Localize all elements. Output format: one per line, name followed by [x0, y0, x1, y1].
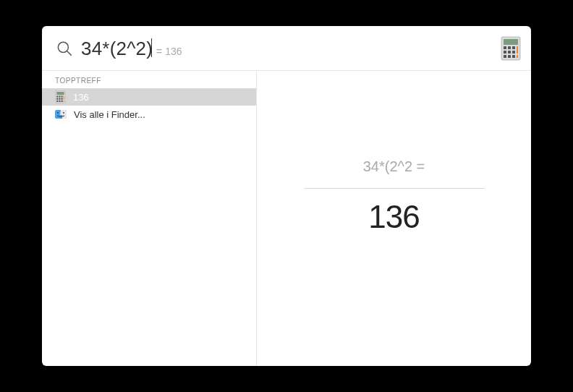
result-row-label: 136 — [73, 92, 89, 103]
svg-point-30 — [63, 112, 64, 114]
section-label: TOPPTREFF — [42, 71, 256, 88]
svg-rect-26 — [61, 101, 63, 102]
svg-rect-3 — [504, 39, 518, 45]
svg-rect-8 — [504, 51, 506, 54]
svg-rect-13 — [512, 55, 515, 58]
svg-rect-20 — [64, 95, 64, 99]
svg-rect-9 — [508, 51, 511, 54]
preview-expression: 34*(2^2 = — [363, 158, 425, 175]
inline-result: = 136 — [156, 46, 182, 57]
svg-rect-25 — [59, 101, 60, 102]
svg-point-29 — [57, 112, 59, 114]
svg-rect-22 — [59, 98, 60, 100]
svg-rect-24 — [56, 101, 58, 102]
preview-result: 136 — [368, 199, 419, 235]
svg-rect-16 — [56, 92, 64, 95]
spotlight-panel: 34*(2^2) = 136 TOPPTREFF — [42, 26, 531, 366]
svg-rect-10 — [512, 51, 515, 54]
svg-rect-21 — [56, 98, 58, 100]
svg-rect-6 — [512, 46, 515, 49]
finder-icon — [55, 108, 67, 120]
svg-point-0 — [58, 42, 68, 52]
svg-rect-4 — [504, 46, 506, 49]
calculator-icon — [501, 36, 521, 61]
preview-pane: 34*(2^2 = 136 — [257, 71, 531, 366]
result-row-label: Vis alle i Finder... — [74, 109, 145, 120]
svg-rect-27 — [64, 101, 64, 102]
body: TOPPTREFF 136 — [42, 71, 531, 366]
results-sidebar: TOPPTREFF 136 — [42, 71, 257, 366]
svg-line-1 — [67, 51, 72, 55]
svg-rect-11 — [504, 55, 506, 58]
svg-rect-18 — [59, 95, 60, 97]
calculator-icon — [55, 90, 66, 103]
svg-rect-5 — [508, 46, 511, 49]
svg-rect-19 — [61, 95, 63, 97]
svg-rect-7 — [517, 46, 518, 54]
result-row-finder[interactable]: Vis alle i Finder... — [42, 106, 256, 123]
svg-rect-23 — [61, 98, 63, 100]
svg-rect-17 — [56, 95, 58, 97]
search-query-text: 34*(2^2) — [81, 38, 153, 60]
search-icon — [55, 39, 74, 58]
text-caret — [151, 38, 152, 57]
svg-rect-12 — [508, 55, 511, 58]
svg-rect-14 — [517, 55, 518, 58]
search-input[interactable]: 34*(2^2) = 136 — [81, 36, 501, 60]
result-row-calculator[interactable]: 136 — [42, 88, 256, 106]
search-row: 34*(2^2) = 136 — [42, 26, 531, 71]
divider — [304, 188, 485, 189]
